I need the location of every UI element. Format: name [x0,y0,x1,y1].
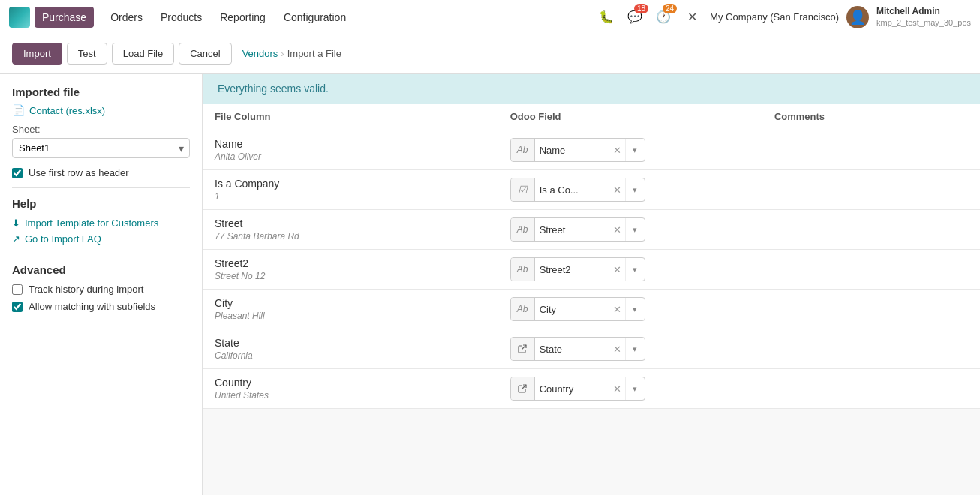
divider-1 [12,188,190,188]
field-dropdown-btn[interactable]: ▾ [625,218,645,241]
field-clear-btn[interactable]: ✕ [609,221,625,238]
external-link-icon: ↗ [12,233,20,244]
user-avatar[interactable]: 👤 [846,6,869,28]
field-dropdown-btn[interactable]: ▾ [625,338,645,360]
nav-orders[interactable]: Orders [103,7,150,28]
cancel-button[interactable]: Cancel [179,43,231,64]
header-file-column: File Column [203,104,498,130]
odoo-field-select-0[interactable]: Ab Name ✕ ▾ [510,138,645,162]
field-dropdown-btn[interactable]: ▾ [625,298,645,320]
clock-badge: 24 [663,4,677,14]
nav-configuration[interactable]: Configuration [276,7,353,28]
table-row: CityPleasant Hill Ab City ✕ ▾ [203,290,980,329]
use-first-row-label: Use first row as header [29,167,129,178]
field-type-icon: Ab [511,258,535,280]
row-0-odoo-field: Ab Name ✕ ▾ [498,130,762,170]
row-3-file-col: Street2Street No 12 [203,250,498,290]
field-dropdown-btn[interactable]: ▾ [625,139,645,161]
allow-matching-checkbox[interactable] [12,302,23,312]
field-select-text: Country [535,383,609,394]
main-layout: Imported file 📄 Contact (res.xlsx) Sheet… [0,74,980,495]
odoo-field-select-3[interactable]: Ab Street2 ✕ ▾ [510,257,645,281]
wrench-icon-button[interactable]: ✕ [681,7,702,28]
table-row: CountryUnited States Country ✕ ▾ [203,369,980,409]
breadcrumb-separator: › [281,48,284,59]
table-row: Street2Street No 12 Ab Street2 ✕ ▾ [203,250,980,290]
field-select-text: Street2 [535,264,609,275]
company-name: My Company (San Francisco) [710,11,839,22]
field-sample: 77 Santa Barbara Rd [215,231,486,242]
header-odoo-field: Odoo Field [498,104,762,130]
nav-products[interactable]: Products [153,7,209,28]
session-label: kmp_2_test_may_30_pos [876,17,971,28]
field-name: City [215,297,486,309]
field-dropdown-btn[interactable]: ▾ [625,377,645,400]
chat-icon-button[interactable]: 💬 18 [624,7,645,28]
row-6-comments [762,369,980,409]
field-clear-btn[interactable]: ✕ [609,142,625,158]
table-row: NameAnita Oliver Ab Name ✕ ▾ [203,130,980,170]
use-first-row-checkbox-row[interactable]: Use first row as header [12,167,190,178]
app-logo[interactable]: Purchase [9,7,94,28]
field-name: Country [215,376,486,388]
row-3-odoo-field: Ab Street2 ✕ ▾ [498,250,762,290]
wrench-icon: ✕ [687,10,697,24]
field-clear-btn[interactable]: ✕ [609,182,625,198]
table-header-row: File Column Odoo Field Comments [203,104,980,130]
track-history-checkbox[interactable] [12,284,23,295]
odoo-field-select-5[interactable]: State ✕ ▾ [510,337,645,361]
row-1-odoo-field: ☑ Is a Co... ✕ ▾ [498,170,762,210]
load-file-button[interactable]: Load File [112,43,174,64]
chat-badge: 18 [634,4,648,14]
nav-reporting[interactable]: Reporting [212,7,273,28]
row-2-odoo-field: Ab Street ✕ ▾ [498,210,762,250]
field-select-text: State [535,344,609,355]
field-type-icon [511,377,535,400]
import-template-link[interactable]: ⬇ Import Template for Customers [12,218,190,229]
odoo-field-select-6[interactable]: Country ✕ ▾ [510,376,645,400]
allow-matching-label: Allow matching with subfields [29,301,155,312]
go-to-faq-link[interactable]: ↗ Go to Import FAQ [12,233,190,244]
breadcrumb-current: Import a File [287,48,341,59]
field-dropdown-btn[interactable]: ▾ [625,178,645,201]
row-6-odoo-field: Country ✕ ▾ [498,369,762,409]
breadcrumb: Vendors › Import a File [242,48,341,59]
field-sample: Street No 12 [215,271,486,281]
odoo-field-select-2[interactable]: Ab Street ✕ ▾ [510,218,645,242]
sheet-label: Sheet: [12,124,190,135]
breadcrumb-parent-link[interactable]: Vendors [242,48,278,59]
field-clear-btn[interactable]: ✕ [609,301,625,317]
field-select-text: City [535,304,609,315]
field-clear-btn[interactable]: ✕ [609,340,625,357]
import-table: File Column Odoo Field Comments NameAnit… [203,104,980,409]
field-type-icon: Ab [511,298,535,320]
track-history-checkbox-row[interactable]: Track history during import [12,284,190,295]
allow-matching-checkbox-row[interactable]: Allow matching with subfields [12,301,190,312]
top-navigation: Purchase Orders Products Reporting Confi… [0,0,980,34]
nav-purchase[interactable]: Purchase [35,7,94,28]
sheet-select[interactable]: Sheet1 [12,138,190,158]
import-button[interactable]: Import [12,43,62,64]
imported-file-title: Imported file [12,86,190,98]
odoo-field-select-4[interactable]: Ab City ✕ ▾ [510,297,645,321]
row-3-comments [762,250,980,290]
row-6-file-col: CountryUnited States [203,369,498,409]
user-info: Mitchell Admin kmp_2_test_may_30_pos [876,6,971,28]
field-select-text: Street [535,224,609,236]
toolbar: Import Test Load File Cancel Vendors › I… [0,34,980,74]
bug-icon-button[interactable]: 🐛 [596,7,617,28]
odoo-field-select-1[interactable]: ☑ Is a Co... ✕ ▾ [510,178,645,202]
sidebar: Imported file 📄 Contact (res.xlsx) Sheet… [0,74,203,495]
file-icon: 📄 [12,104,25,116]
row-1-file-col: Is a Company1 [203,170,498,210]
table-row: Is a Company1 ☑ Is a Co... ✕ ▾ [203,170,980,210]
field-select-text: Is a Co... [535,184,609,196]
field-sample: Pleasant Hill [215,310,486,321]
test-button[interactable]: Test [67,43,107,64]
field-clear-btn[interactable]: ✕ [609,380,625,397]
use-first-row-checkbox[interactable] [12,168,23,178]
row-0-comments [762,130,980,170]
field-clear-btn[interactable]: ✕ [609,261,625,278]
clock-icon-button[interactable]: 🕐 24 [653,7,674,28]
field-dropdown-btn[interactable]: ▾ [625,258,645,280]
